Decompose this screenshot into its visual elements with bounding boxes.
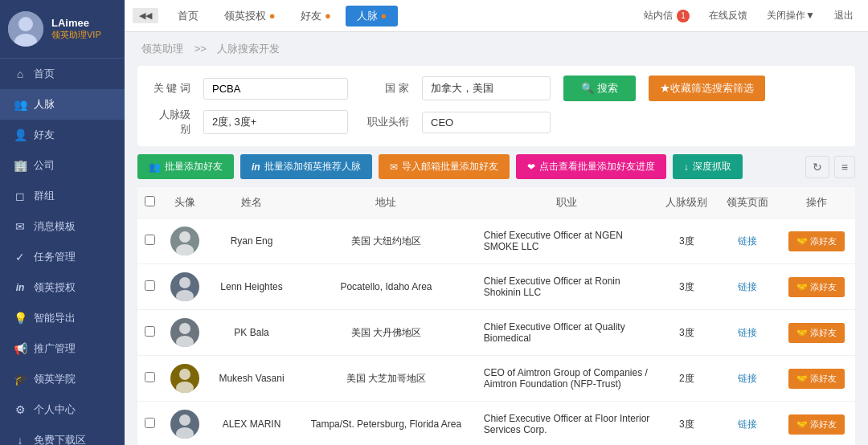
- row-checkbox-3[interactable]: [145, 372, 155, 382]
- job-value[interactable]: CEO: [422, 112, 551, 133]
- topbar-home-btn[interactable]: 首页: [166, 6, 210, 27]
- linkedin-link-3[interactable]: 链接: [738, 372, 757, 386]
- refresh-button[interactable]: ↻: [805, 156, 829, 178]
- sidebar-item-group[interactable]: ◻ 群组: [0, 181, 125, 211]
- feedback-btn[interactable]: 在线反馈: [702, 6, 754, 25]
- svg-point-6: [176, 290, 194, 301]
- row-name: Mukesh Vasani: [208, 356, 295, 402]
- sidebar-item-messages[interactable]: ✉ 消息模板: [0, 211, 125, 242]
- sidebar-item-connections[interactable]: 👥 人脉: [0, 89, 125, 120]
- row-avatar-cell: [162, 264, 208, 310]
- content-area: 领英助理 >> 人脉搜索开发 关 键 词 国 家 加拿大，美国 🔍 搜索 ★收藏…: [125, 32, 868, 445]
- row-degree: 3度: [657, 218, 718, 264]
- group-icon: ◻: [13, 190, 27, 202]
- row-location: 美国 大丹佛地区: [295, 310, 477, 356]
- linkedin-link-2[interactable]: 链接: [738, 326, 757, 340]
- country-value[interactable]: 加拿大，美国: [422, 76, 551, 100]
- close-ops-btn[interactable]: 关闭操作▼: [760, 6, 821, 25]
- topbar-auth-dot: ●: [269, 10, 276, 22]
- row-checkbox-0[interactable]: [145, 235, 155, 245]
- action-bar: 👥 批量添加好友 in 批量添加领英推荐人脉 ✉ 导入邮箱批量添加好友 ❤ 点击…: [137, 154, 855, 179]
- add-friend-button-3[interactable]: 🤝 添好友: [788, 369, 845, 389]
- th-location: 地址: [295, 187, 477, 218]
- topbar-friends-dot: ●: [325, 10, 331, 22]
- degree-value[interactable]: 2度, 3度+: [203, 110, 348, 134]
- save-search-button[interactable]: ★收藏筛选搜索筛选: [649, 76, 765, 101]
- notification-label: 站内信: [644, 10, 673, 21]
- linkedin-link-0[interactable]: 链接: [738, 235, 757, 248]
- add-friend-button-2[interactable]: 🤝 添好友: [788, 323, 845, 343]
- row-linkedin-cell: 链接: [717, 356, 778, 402]
- import-email-label: 导入邮箱批量添加好友: [402, 160, 498, 174]
- import-email-button[interactable]: ✉ 导入邮箱批量添加好友: [379, 154, 510, 179]
- row-checkbox-cell: [137, 402, 162, 446]
- row-location: 美国 大芝加哥地区: [295, 356, 477, 402]
- add-friend-button-4[interactable]: 🤝 添好友: [788, 414, 845, 435]
- svg-point-1: [18, 17, 33, 31]
- user-role: 领英助理VIP: [51, 29, 101, 41]
- breadcrumb-current: 人脉搜索开发: [217, 43, 280, 55]
- logout-btn[interactable]: 退出: [828, 6, 860, 25]
- sidebar-item-profile[interactable]: ⚙ 个人中心: [0, 394, 125, 425]
- search-button[interactable]: 🔍 搜索: [563, 76, 636, 101]
- row-name: Ryan Eng: [208, 218, 295, 264]
- add-friend-button-0[interactable]: 🤝 添好友: [788, 231, 845, 251]
- linkedin-link-1[interactable]: 链接: [738, 280, 757, 294]
- topbar-friends-btn[interactable]: 好友 ●: [289, 6, 342, 27]
- linkedin-link-4[interactable]: 链接: [738, 418, 757, 431]
- username: LAimee: [51, 17, 101, 29]
- sidebar-item-academy[interactable]: 🎓 领英学院: [0, 364, 125, 394]
- row-linkedin-cell: 链接: [717, 264, 778, 310]
- row-location: Tampa/St. Petersburg, Florida Area: [295, 402, 477, 446]
- row-avatar-cell: [162, 310, 208, 356]
- check-progress-button[interactable]: ❤ 点击查看批量添加好友进度: [516, 154, 666, 179]
- row-avatar-cell: [162, 402, 208, 446]
- degree-label: 人脉级别: [150, 108, 190, 137]
- batch-linkedin-label: 批量添加领英推荐人脉: [264, 160, 361, 174]
- keyword-input[interactable]: [203, 78, 348, 100]
- list-view-button[interactable]: ≡: [834, 156, 855, 178]
- topbar-auth-btn[interactable]: 领英授权 ●: [213, 6, 286, 27]
- sidebar-item-tasks[interactable]: ✓ 任务管理: [0, 242, 125, 272]
- company-icon: 🏢: [13, 159, 27, 172]
- batch-add-button[interactable]: 👥 批量添加好友: [137, 154, 234, 179]
- check-progress-label: 点击查看批量添加好友进度: [539, 160, 655, 174]
- deep-fetch-button[interactable]: ↓ 深度抓取: [673, 154, 743, 179]
- topbar-right: 站内信 1 在线反馈 关闭操作▼ 退出: [637, 6, 860, 25]
- topbar-connections-btn[interactable]: 人脉 ●: [346, 6, 398, 27]
- sidebar-item-home[interactable]: ⌂ 首页: [0, 59, 125, 89]
- sidebar-item-linkedin[interactable]: in 领英授权: [0, 272, 125, 303]
- row-action-cell: 🤝 添好友: [778, 218, 855, 264]
- back-button[interactable]: ◀◀: [133, 8, 158, 23]
- notification-btn[interactable]: 站内信 1: [637, 6, 696, 25]
- sidebar-label-profile: 个人中心: [34, 402, 76, 417]
- sidebar-label-home: 首页: [34, 67, 55, 81]
- batch-linkedin-button[interactable]: in 批量添加领英推荐人脉: [240, 154, 372, 179]
- row-action-cell: 🤝 添好友: [778, 310, 855, 356]
- profile-icon: ⚙: [13, 403, 27, 416]
- svg-point-3: [179, 231, 190, 243]
- svg-point-7: [179, 323, 190, 334]
- add-friend-button-1[interactable]: 🤝 添好友: [788, 277, 845, 297]
- row-checkbox-cell: [137, 310, 162, 356]
- sidebar-item-download[interactable]: ↓ 免费下载区: [0, 425, 125, 445]
- sidebar-item-promote[interactable]: 📢 推广管理: [0, 333, 125, 364]
- notification-badge: 1: [677, 10, 690, 22]
- row-job: Chief Executive Officer at Ronin Shokini…: [477, 264, 657, 310]
- row-checkbox-2[interactable]: [145, 326, 155, 337]
- row-checkbox-4[interactable]: [145, 418, 155, 428]
- action-bar-right: ↻ ≡: [805, 156, 855, 178]
- search-icon: 🔍: [581, 82, 594, 94]
- sidebar: LAimee 领英助理VIP ⌂ 首页 👥 人脉 👤 好友 🏢 公司 ◻ 群组 …: [0, 0, 125, 445]
- row-action-cell: 🤝 添好友: [778, 356, 855, 402]
- table-row: Ryan Eng 美国 大纽约地区 Chief Executive Office…: [137, 218, 855, 264]
- th-avatar: 头像: [162, 187, 208, 218]
- row-checkbox-1[interactable]: [145, 280, 155, 291]
- sidebar-item-company[interactable]: 🏢 公司: [0, 150, 125, 181]
- select-all-checkbox[interactable]: [145, 196, 155, 206]
- sidebar-item-smart[interactable]: 💡 智能导出: [0, 303, 125, 333]
- academy-icon: 🎓: [13, 373, 27, 386]
- row-name: ALEX MARIN: [208, 402, 295, 446]
- svg-point-10: [176, 382, 194, 393]
- sidebar-item-friends[interactable]: 👤 好友: [0, 120, 125, 150]
